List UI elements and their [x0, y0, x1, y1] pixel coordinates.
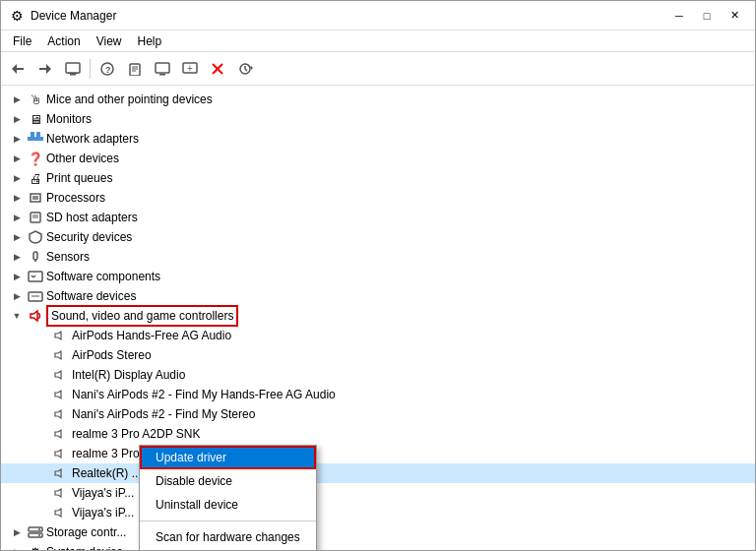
help-icon-btn[interactable]: ?: [94, 56, 120, 82]
svg-marker-45: [55, 489, 61, 497]
sound-child-9[interactable]: Vijaya's iP...: [1, 503, 755, 522]
sdhost-label: SD host adapters: [46, 211, 755, 224]
sdhost-icon: [28, 210, 43, 225]
tree-item-processors[interactable]: ▶ Processors: [1, 188, 755, 208]
sound-child-6[interactable]: realme 3 Pro Hands-Free HF Audio: [1, 444, 755, 463]
sound-child-4[interactable]: Nani's AirPods #2 - Find My Stereo: [1, 404, 755, 424]
add-device-btn[interactable]: +: [177, 56, 203, 82]
expand-system[interactable]: ▶: [9, 544, 25, 550]
svg-marker-36: [31, 311, 37, 321]
tree-item-monitors[interactable]: ▶ 🖥 Monitors: [1, 109, 755, 129]
expand-sound[interactable]: ▼: [9, 308, 25, 324]
window-controls: ─ □ ✕: [666, 6, 747, 26]
expand-sdhost[interactable]: ▶: [9, 210, 25, 225]
svg-marker-44: [55, 469, 61, 477]
tree-item-system[interactable]: ▶ ⚙ System device...: [1, 542, 755, 550]
svg-marker-39: [55, 371, 61, 379]
expand-network[interactable]: ▶: [9, 131, 25, 147]
ctx-uninstall-device[interactable]: Uninstall device: [140, 493, 316, 517]
sound-child-2[interactable]: Intel(R) Display Audio: [1, 365, 755, 385]
network-label: Network adapters: [46, 132, 755, 146]
computer-icon-btn[interactable]: [60, 56, 86, 82]
svg-line-33: [33, 276, 35, 277]
expand-software-comp[interactable]: ▶: [9, 269, 25, 284]
expand-print[interactable]: ▶: [9, 170, 25, 186]
minimize-button[interactable]: ─: [666, 6, 692, 26]
svg-rect-14: [159, 74, 165, 76]
svg-rect-4: [66, 63, 80, 73]
sound-label-bordered: Sound, video and game controllers: [46, 305, 238, 327]
context-menu: Update driver Disable device Uninstall d…: [139, 445, 317, 550]
tree-item-sound-row[interactable]: ▼ Sound, video and game controllers: [1, 306, 755, 326]
title-bar: ⚙ Device Manager ─ □ ✕: [1, 1, 755, 31]
sound-child-label-3: Nani's AirPods #2 - Find My Hands-Free A…: [72, 388, 336, 401]
storage-icon: [28, 524, 43, 540]
tree-item-software-dev[interactable]: ▶ Software devices: [1, 286, 755, 306]
svg-rect-6: [68, 73, 78, 74]
expand-monitors[interactable]: ▶: [9, 111, 25, 127]
ctx-scan-hardware[interactable]: Scan for hardware changes: [140, 525, 316, 549]
sound-child-8[interactable]: Vijaya's iP...: [1, 483, 755, 503]
mice-icon: 🖱: [28, 92, 43, 107]
svg-marker-37: [55, 332, 61, 339]
expand-sensors[interactable]: ▶: [9, 249, 25, 265]
software-comp-icon: [28, 269, 43, 284]
tree-item-mice[interactable]: ▶ 🖱 Mice and other pointing devices: [1, 90, 755, 109]
menu-action[interactable]: Action: [39, 31, 88, 51]
menu-help[interactable]: Help: [130, 31, 170, 51]
svg-marker-20: [251, 66, 253, 70]
sound-child-5[interactable]: realme 3 Pro A2DP SNK: [1, 424, 755, 444]
software-comp-label: Software components: [46, 270, 755, 283]
tree-item-software-comp[interactable]: ▶ Software components: [1, 267, 755, 286]
back-button[interactable]: [5, 56, 31, 82]
sound-child-1[interactable]: AirPods Stereo: [1, 345, 755, 365]
scan-btn[interactable]: [232, 56, 258, 82]
svg-rect-23: [36, 132, 40, 137]
tree-item-sdhost[interactable]: ▶ SD host adapters: [1, 208, 755, 227]
monitors-icon: 🖥: [28, 111, 43, 127]
tree-item-print[interactable]: ▶ 🖨 Print queues: [1, 168, 755, 188]
security-label: Security devices: [46, 230, 755, 244]
svg-marker-40: [55, 391, 61, 398]
tree-item-network[interactable]: ▶ Network adapters: [1, 129, 755, 149]
sound-child-3[interactable]: Nani's AirPods #2 - Find My Hands-Free A…: [1, 385, 755, 404]
software-dev-icon: [28, 288, 43, 304]
close-button[interactable]: ✕: [722, 6, 747, 26]
tree-item-sensors[interactable]: ▶ Sensors: [1, 247, 755, 267]
other-label: Other devices: [46, 152, 755, 165]
expand-mice[interactable]: ▶: [9, 92, 25, 107]
expand-processors[interactable]: ▶: [9, 190, 25, 206]
props-icon-btn[interactable]: [122, 56, 148, 82]
tree-item-storage[interactable]: ▶ Storage contr...: [1, 522, 755, 542]
sound-label: Sound, video and game controllers: [51, 309, 233, 323]
svg-point-49: [38, 528, 40, 530]
toolbar: ? +: [1, 52, 755, 86]
sound-child-label-9: Vijaya's iP...: [72, 506, 134, 520]
expand-software-dev[interactable]: ▶: [9, 288, 25, 304]
expand-security[interactable]: ▶: [9, 229, 25, 245]
tree-item-other[interactable]: ▶ ❓ Other devices: [1, 149, 755, 168]
svg-point-50: [38, 534, 40, 536]
svg-text:+: +: [187, 63, 193, 74]
svg-text:?: ?: [105, 65, 111, 75]
menu-view[interactable]: View: [89, 31, 130, 51]
expand-other[interactable]: ▶: [9, 151, 25, 166]
svg-rect-9: [130, 64, 140, 76]
expand-storage[interactable]: ▶: [9, 524, 25, 540]
tree-item-security[interactable]: ▶ Security devices: [1, 227, 755, 247]
svg-rect-22: [31, 132, 34, 137]
sound-child-label-5: realme 3 Pro A2DP SNK: [72, 427, 201, 441]
toolbar-sep-1: [90, 59, 91, 79]
sound-child-7[interactable]: Realtek(R) ...: [1, 463, 755, 483]
forward-button[interactable]: [32, 56, 58, 82]
menu-file[interactable]: File: [5, 31, 39, 51]
sound-child-0[interactable]: AirPods Hands-Free AG Audio: [1, 326, 755, 345]
print-icon: 🖨: [28, 170, 43, 186]
uninstall-btn[interactable]: [205, 56, 230, 82]
ctx-update-driver[interactable]: Update driver: [140, 446, 316, 469]
display-btn[interactable]: [150, 56, 175, 82]
device-tree[interactable]: ▶ 🖱 Mice and other pointing devices ▶ 🖥 …: [1, 86, 755, 550]
ctx-disable-device[interactable]: Disable device: [140, 469, 316, 493]
maximize-button[interactable]: □: [694, 6, 720, 26]
print-label: Print queues: [46, 171, 755, 185]
